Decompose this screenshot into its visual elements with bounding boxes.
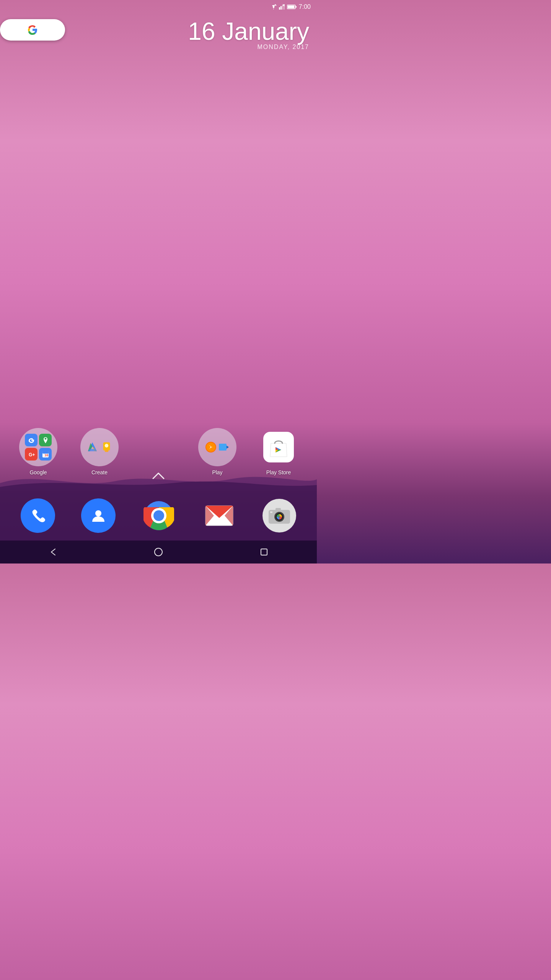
camera-dock-item[interactable] [262, 499, 296, 532]
svg-rect-2 [279, 7, 280, 10]
contacts-icon [90, 507, 107, 524]
chrome-icon [143, 500, 174, 531]
svg-point-47 [155, 548, 162, 556]
camera-icon [268, 506, 291, 525]
wifi-icon [270, 4, 277, 10]
svg-rect-21 [105, 451, 109, 452]
home-icon [154, 547, 163, 557]
svg-rect-10 [287, 6, 294, 8]
play-movies-icon [218, 441, 230, 453]
status-icons: 7:00 [270, 3, 311, 10]
contacts-dock-item[interactable] [81, 498, 116, 533]
svg-text:16: 16 [44, 453, 48, 457]
gmail-dock-item[interactable] [202, 498, 236, 533]
svg-point-28 [210, 446, 212, 448]
create-folder-icon[interactable] [80, 428, 119, 466]
date-day: 16 January [188, 19, 309, 44]
google-search-bar[interactable] [0, 19, 65, 41]
google-g-icon [25, 22, 40, 38]
play-store-icon[interactable] [263, 432, 294, 462]
keep-icon [100, 441, 113, 454]
svg-marker-30 [227, 446, 229, 449]
back-button[interactable] [43, 544, 62, 560]
play-store-svg [267, 436, 290, 459]
svg-point-22 [105, 444, 109, 448]
back-icon [48, 547, 57, 557]
recents-button[interactable] [254, 544, 274, 560]
google-folder-icon[interactable]: G+ 16 [19, 428, 57, 466]
battery-icon [287, 4, 297, 10]
recents-icon [260, 548, 268, 556]
status-bar: 7:00 [0, 0, 317, 14]
phone-icon [29, 507, 46, 524]
play-folder-icon[interactable] [198, 428, 236, 466]
signal-icon [279, 4, 285, 10]
svg-rect-46 [270, 511, 272, 513]
svg-rect-29 [219, 444, 227, 451]
chrome-dock-item[interactable] [142, 498, 176, 533]
gmail-icon [204, 500, 235, 531]
svg-rect-24 [106, 450, 108, 450]
drive-icon [86, 441, 99, 454]
play-store-icon-wrapper[interactable] [259, 428, 298, 466]
svg-text:G+: G+ [29, 452, 35, 457]
date-widget: 16 January MONDAY, 2017 [188, 19, 309, 51]
svg-point-35 [153, 510, 164, 521]
svg-rect-9 [295, 6, 297, 8]
svg-point-44 [278, 516, 280, 518]
nav-bar [0, 541, 317, 564]
svg-rect-3 [280, 6, 282, 10]
wave-decoration [0, 468, 317, 491]
phone-dock-item[interactable] [21, 498, 55, 533]
home-button[interactable] [149, 544, 168, 560]
dock [0, 491, 317, 541]
svg-rect-48 [261, 549, 267, 555]
time-display: 7:00 [299, 3, 311, 10]
play-music-icon [205, 441, 217, 453]
svg-rect-45 [276, 508, 281, 511]
svg-rect-23 [106, 449, 108, 449]
svg-point-31 [95, 510, 101, 516]
